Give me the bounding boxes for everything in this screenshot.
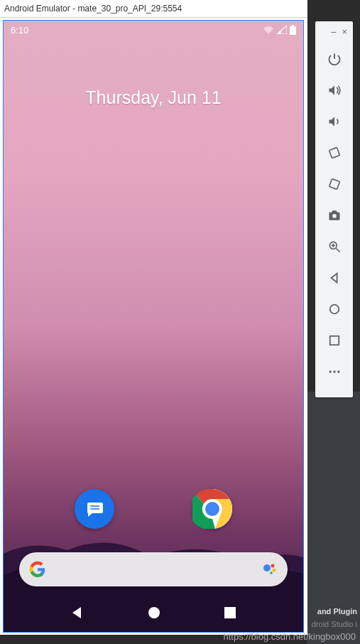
status-icons: ×	[263, 25, 296, 35]
svg-text:×: ×	[278, 30, 281, 34]
volume-down-button[interactable]	[315, 106, 353, 137]
svg-rect-2	[292, 25, 294, 26]
screenshot-button[interactable]	[315, 200, 353, 231]
rotate-left-icon	[327, 146, 342, 160]
assistant-icon[interactable]	[262, 562, 278, 577]
window-title: Android Emulator - mate_30_pro_API_29:55…	[4, 4, 182, 14]
overview-square-icon	[224, 606, 236, 619]
bg-label-1: and Plugin	[317, 607, 357, 616]
home-date: Thursday, Jun 11	[4, 87, 303, 108]
svg-rect-1	[290, 26, 296, 35]
power-button[interactable]	[315, 43, 353, 75]
more-button[interactable]	[315, 356, 353, 387]
svg-point-12	[148, 607, 160, 618]
svg-rect-13	[224, 607, 236, 618]
bg-label-2: droid Studio i	[312, 620, 357, 628]
svg-point-7	[205, 502, 219, 516]
status-bar: 6:10 ×	[4, 21, 303, 39]
google-search-bar[interactable]	[19, 552, 288, 586]
messages-icon	[84, 498, 105, 520]
svg-point-9	[271, 564, 275, 568]
rotate-left-button[interactable]	[315, 137, 353, 168]
svg-point-10	[273, 569, 276, 572]
messages-app[interactable]	[75, 489, 114, 529]
zoom-icon	[327, 240, 342, 254]
signal-icon: ×	[277, 26, 287, 34]
svg-point-16	[332, 214, 337, 218]
emulator-window: Android Emulator - mate_30_pro_API_29:55…	[0, 0, 307, 635]
back-triangle-icon	[70, 606, 84, 620]
nav-back-button[interactable]	[70, 606, 84, 623]
svg-point-24	[333, 370, 335, 372]
overview-icon	[329, 335, 340, 346]
wifi-icon	[263, 26, 274, 34]
volume-up-button[interactable]	[315, 75, 353, 106]
chrome-icon	[192, 489, 232, 529]
ide-background-panel: and Plugin droid Studio i	[307, 392, 360, 644]
back-icon	[328, 272, 341, 284]
rotate-right-icon	[327, 177, 342, 191]
emulator-toolbar: – ×	[315, 21, 353, 397]
camera-icon	[327, 208, 342, 222]
home-icon	[328, 303, 341, 316]
rotate-right-button[interactable]	[315, 168, 353, 200]
nav-home-button[interactable]	[147, 606, 161, 623]
more-icon	[327, 365, 342, 379]
volume-down-icon	[327, 114, 342, 129]
status-time: 6:10	[11, 25, 28, 36]
zoom-button[interactable]	[315, 231, 353, 262]
toolbar-home-button[interactable]	[315, 294, 353, 325]
svg-rect-15	[329, 179, 339, 190]
battery-icon	[290, 25, 296, 35]
chrome-app[interactable]	[192, 489, 232, 529]
power-icon	[327, 52, 342, 66]
svg-rect-14	[329, 148, 339, 159]
svg-point-21	[329, 305, 339, 314]
minimize-button[interactable]: –	[331, 27, 336, 36]
nav-overview-button[interactable]	[224, 606, 236, 622]
device-screen[interactable]: 6:10 × Thursday, Jun 11	[3, 20, 304, 633]
google-logo-icon	[29, 561, 46, 578]
svg-point-23	[329, 370, 331, 372]
watermark: https://blog.csdn.net/kingbox000	[224, 631, 356, 642]
volume-up-icon	[327, 83, 342, 97]
window-titlebar[interactable]: Android Emulator - mate_30_pro_API_29:55…	[0, 0, 307, 18]
navigation-bar	[4, 596, 303, 632]
app-dock	[4, 489, 303, 529]
toolbar-overview-button[interactable]	[315, 325, 353, 356]
home-circle-icon	[147, 606, 161, 620]
toolbar-back-button[interactable]	[315, 262, 353, 294]
svg-point-25	[337, 370, 339, 372]
svg-line-18	[336, 249, 339, 252]
svg-point-11	[270, 571, 273, 574]
svg-rect-22	[329, 336, 338, 345]
svg-point-8	[263, 564, 271, 571]
close-button[interactable]: ×	[342, 27, 347, 36]
